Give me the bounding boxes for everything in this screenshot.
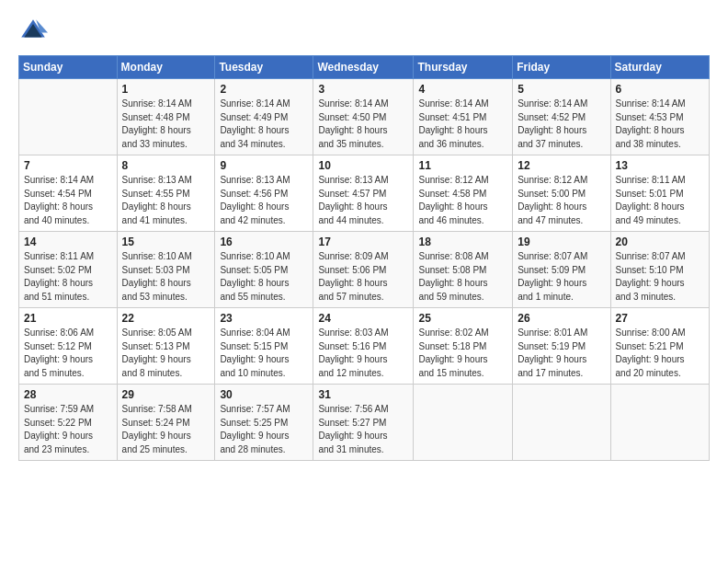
day-number: 11 (418, 159, 507, 172)
calendar-cell: 24Sunrise: 8:03 AMSunset: 5:16 PMDayligh… (313, 308, 414, 385)
day-number: 17 (318, 236, 408, 248)
calendar-cell: 21Sunrise: 8:06 AMSunset: 5:12 PMDayligh… (19, 308, 118, 385)
day-number: 6 (616, 83, 704, 96)
day-number: 29 (122, 388, 210, 401)
day-number: 4 (418, 83, 507, 96)
day-info: Sunrise: 8:12 AMSunset: 5:00 PMDaylight:… (518, 174, 605, 227)
calendar-cell: 14Sunrise: 8:11 AMSunset: 5:02 PMDayligh… (19, 232, 118, 308)
calendar-cell: 18Sunrise: 8:08 AMSunset: 5:08 PMDayligh… (414, 232, 513, 308)
day-number: 2 (220, 83, 308, 96)
day-info: Sunrise: 8:07 AMSunset: 5:09 PMDaylight:… (518, 250, 605, 304)
day-info: Sunrise: 8:00 AMSunset: 5:21 PMDaylight:… (616, 327, 704, 380)
day-info: Sunrise: 8:14 AMSunset: 4:48 PMDaylight:… (122, 98, 210, 151)
day-info: Sunrise: 8:11 AMSunset: 5:01 PMDaylight:… (616, 174, 704, 227)
calendar-week-row: 14Sunrise: 8:11 AMSunset: 5:02 PMDayligh… (19, 232, 710, 308)
calendar-cell: 4Sunrise: 8:14 AMSunset: 4:51 PMDaylight… (414, 79, 513, 155)
calendar-week-row: 7Sunrise: 8:14 AMSunset: 4:54 PMDaylight… (19, 155, 710, 232)
day-info: Sunrise: 8:02 AMSunset: 5:18 PMDaylight:… (418, 327, 507, 380)
calendar-cell: 7Sunrise: 8:14 AMSunset: 4:54 PMDaylight… (19, 155, 118, 232)
day-number: 25 (418, 312, 507, 325)
calendar-cell (414, 385, 513, 461)
calendar-cell: 26Sunrise: 8:01 AMSunset: 5:19 PMDayligh… (513, 308, 610, 385)
calendar-cell: 15Sunrise: 8:10 AMSunset: 5:03 PMDayligh… (117, 232, 215, 308)
day-info: Sunrise: 8:01 AMSunset: 5:19 PMDaylight:… (518, 327, 605, 380)
day-info: Sunrise: 8:10 AMSunset: 5:05 PMDaylight:… (220, 250, 308, 304)
day-number: 12 (518, 159, 605, 172)
calendar-cell: 5Sunrise: 8:14 AMSunset: 4:52 PMDaylight… (513, 79, 610, 155)
logo (18, 17, 51, 46)
calendar-cell: 27Sunrise: 8:00 AMSunset: 5:21 PMDayligh… (610, 308, 709, 385)
calendar-cell: 22Sunrise: 8:05 AMSunset: 5:13 PMDayligh… (117, 308, 215, 385)
day-info: Sunrise: 7:56 AMSunset: 5:27 PMDaylight:… (318, 403, 408, 456)
day-info: Sunrise: 8:04 AMSunset: 5:15 PMDaylight:… (220, 327, 308, 380)
day-info: Sunrise: 8:14 AMSunset: 4:51 PMDaylight:… (418, 98, 507, 151)
day-number: 31 (318, 388, 408, 401)
calendar: SundayMondayTuesdayWednesdayThursdayFrid… (18, 55, 710, 461)
day-number: 22 (122, 312, 210, 325)
calendar-cell: 20Sunrise: 8:07 AMSunset: 5:10 PMDayligh… (610, 232, 709, 308)
day-info: Sunrise: 8:12 AMSunset: 4:58 PMDaylight:… (418, 174, 507, 227)
col-header-sunday: Sunday (19, 56, 118, 79)
calendar-cell: 11Sunrise: 8:12 AMSunset: 4:58 PMDayligh… (414, 155, 513, 232)
day-number: 3 (318, 83, 408, 96)
day-number: 16 (220, 236, 308, 248)
day-number: 26 (518, 312, 605, 325)
day-number: 24 (318, 312, 408, 325)
day-info: Sunrise: 8:10 AMSunset: 5:03 PMDaylight:… (122, 250, 210, 304)
day-info: Sunrise: 8:08 AMSunset: 5:08 PMDaylight:… (418, 250, 507, 304)
day-info: Sunrise: 7:58 AMSunset: 5:24 PMDaylight:… (122, 403, 210, 456)
day-info: Sunrise: 8:14 AMSunset: 4:49 PMDaylight:… (220, 98, 308, 151)
calendar-cell: 8Sunrise: 8:13 AMSunset: 4:55 PMDaylight… (117, 155, 215, 232)
day-info: Sunrise: 8:05 AMSunset: 5:13 PMDaylight:… (122, 327, 210, 380)
calendar-cell: 28Sunrise: 7:59 AMSunset: 5:22 PMDayligh… (19, 385, 118, 461)
calendar-cell: 9Sunrise: 8:13 AMSunset: 4:56 PMDaylight… (215, 155, 313, 232)
day-number: 7 (24, 159, 112, 172)
day-info: Sunrise: 8:13 AMSunset: 4:56 PMDaylight:… (220, 174, 308, 227)
calendar-cell: 29Sunrise: 7:58 AMSunset: 5:24 PMDayligh… (117, 385, 215, 461)
day-info: Sunrise: 8:14 AMSunset: 4:50 PMDaylight:… (318, 98, 408, 151)
day-info: Sunrise: 7:57 AMSunset: 5:25 PMDaylight:… (220, 403, 308, 456)
calendar-week-row: 28Sunrise: 7:59 AMSunset: 5:22 PMDayligh… (19, 385, 710, 461)
day-number: 20 (616, 236, 704, 248)
calendar-header-row: SundayMondayTuesdayWednesdayThursdayFrid… (19, 56, 710, 79)
day-number: 13 (616, 159, 704, 172)
day-number: 21 (24, 312, 112, 325)
day-info: Sunrise: 8:03 AMSunset: 5:16 PMDaylight:… (318, 327, 408, 380)
day-info: Sunrise: 8:07 AMSunset: 5:10 PMDaylight:… (616, 250, 704, 304)
day-number: 30 (220, 388, 308, 401)
day-number: 28 (24, 388, 112, 401)
day-info: Sunrise: 8:14 AMSunset: 4:53 PMDaylight:… (616, 98, 704, 151)
calendar-week-row: 1Sunrise: 8:14 AMSunset: 4:48 PMDaylight… (19, 79, 710, 155)
day-number: 8 (122, 159, 210, 172)
day-info: Sunrise: 7:59 AMSunset: 5:22 PMDaylight:… (24, 403, 112, 456)
calendar-cell (19, 79, 118, 155)
day-number: 10 (318, 159, 408, 172)
col-header-tuesday: Tuesday (215, 56, 313, 79)
col-header-monday: Monday (117, 56, 215, 79)
col-header-friday: Friday (513, 56, 610, 79)
calendar-cell: 31Sunrise: 7:56 AMSunset: 5:27 PMDayligh… (313, 385, 414, 461)
calendar-cell: 3Sunrise: 8:14 AMSunset: 4:50 PMDaylight… (313, 79, 414, 155)
calendar-cell: 12Sunrise: 8:12 AMSunset: 5:00 PMDayligh… (513, 155, 610, 232)
day-info: Sunrise: 8:06 AMSunset: 5:12 PMDaylight:… (24, 327, 112, 380)
calendar-cell: 10Sunrise: 8:13 AMSunset: 4:57 PMDayligh… (313, 155, 414, 232)
col-header-saturday: Saturday (610, 56, 709, 79)
col-header-thursday: Thursday (414, 56, 513, 79)
calendar-cell: 30Sunrise: 7:57 AMSunset: 5:25 PMDayligh… (215, 385, 313, 461)
calendar-cell: 1Sunrise: 8:14 AMSunset: 4:48 PMDaylight… (117, 79, 215, 155)
logo-icon (18, 17, 48, 46)
calendar-cell: 23Sunrise: 8:04 AMSunset: 5:15 PMDayligh… (215, 308, 313, 385)
day-number: 14 (24, 236, 112, 248)
day-number: 15 (122, 236, 210, 248)
day-info: Sunrise: 8:13 AMSunset: 4:55 PMDaylight:… (122, 174, 210, 227)
day-info: Sunrise: 8:09 AMSunset: 5:06 PMDaylight:… (318, 250, 408, 304)
calendar-week-row: 21Sunrise: 8:06 AMSunset: 5:12 PMDayligh… (19, 308, 710, 385)
day-number: 5 (518, 83, 605, 96)
calendar-cell (513, 385, 610, 461)
calendar-cell: 19Sunrise: 8:07 AMSunset: 5:09 PMDayligh… (513, 232, 610, 308)
day-info: Sunrise: 8:14 AMSunset: 4:52 PMDaylight:… (518, 98, 605, 151)
day-info: Sunrise: 8:11 AMSunset: 5:02 PMDaylight:… (24, 250, 112, 304)
calendar-cell: 2Sunrise: 8:14 AMSunset: 4:49 PMDaylight… (215, 79, 313, 155)
day-number: 9 (220, 159, 308, 172)
calendar-cell: 6Sunrise: 8:14 AMSunset: 4:53 PMDaylight… (610, 79, 709, 155)
